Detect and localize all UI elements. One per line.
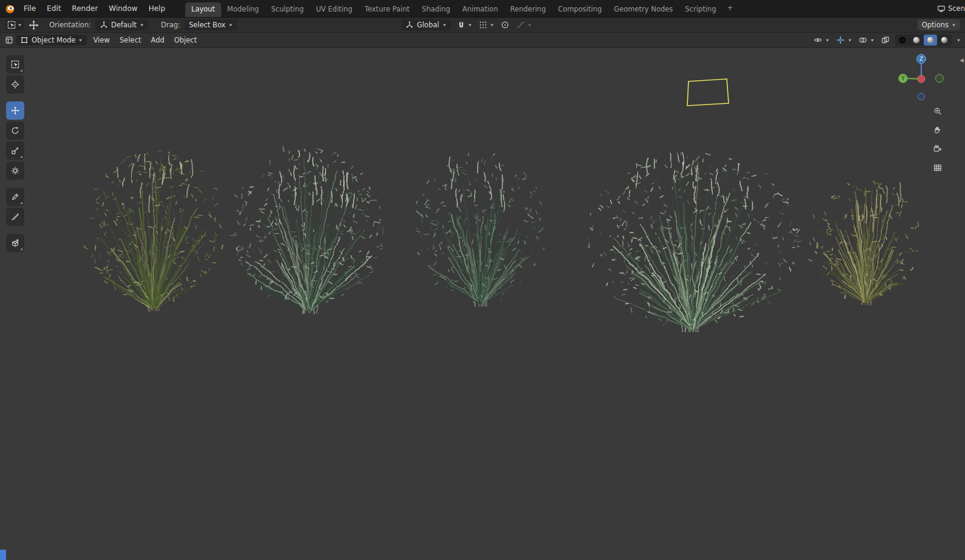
status-corner-marker <box>0 550 6 560</box>
workspace-tab[interactable]: Modeling <box>221 2 265 17</box>
shading-wireframe[interactable] <box>896 35 909 46</box>
menu-item[interactable]: Help <box>143 2 170 15</box>
options-dropdown[interactable]: Options <box>918 19 960 30</box>
magnet-icon <box>457 21 465 29</box>
gizmo-axis-x[interactable] <box>918 75 925 83</box>
add-cube-tool[interactable] <box>6 234 24 252</box>
wireframe-sphere-icon <box>898 36 907 44</box>
caret-down-icon[interactable] <box>825 39 830 42</box>
blender-logo-icon[interactable] <box>5 4 15 14</box>
orientation-dropdown[interactable]: Default <box>95 19 148 30</box>
mode-dropdown[interactable]: Object Mode <box>16 35 87 46</box>
scene-selector[interactable]: Scen <box>937 4 965 13</box>
annotate-tool[interactable] <box>6 188 24 206</box>
gizmo-axis-z-negative[interactable] <box>918 94 925 100</box>
navigation-gizmo[interactable]: Z Y <box>898 54 944 100</box>
menu-item[interactable]: File <box>18 2 41 15</box>
show-gizmo-toggle[interactable] <box>835 35 846 45</box>
add-cube-icon <box>11 239 19 247</box>
xray-toggle[interactable] <box>880 35 891 45</box>
scale-tool[interactable] <box>6 142 24 160</box>
menu-item[interactable]: Render <box>66 2 103 15</box>
transform-orientation-dropdown[interactable]: Global <box>401 19 451 30</box>
viewport-3d[interactable]: Z Y <box>0 48 965 560</box>
drag-label: Drag: <box>161 21 180 29</box>
active-tool-icon <box>7 21 16 29</box>
pan-button[interactable] <box>930 123 945 137</box>
workspace-tab[interactable]: Scripting <box>679 2 722 17</box>
camera-view-button[interactable] <box>930 142 945 156</box>
visibility-toggle[interactable] <box>812 35 823 45</box>
select-box-tool[interactable] <box>6 55 24 73</box>
menu-item[interactable]: Edit <box>41 2 66 15</box>
workspace-tab[interactable]: Rendering <box>504 2 552 17</box>
menu-item[interactable]: Window <box>103 2 143 15</box>
topbar: FileEditRenderWindowHelp LayoutModelingS… <box>0 0 965 18</box>
options-label: Options <box>922 21 949 29</box>
rotate-tool[interactable] <box>6 121 24 140</box>
caret-down-icon <box>228 24 233 27</box>
hand-icon <box>933 126 942 134</box>
bush-5[interactable] <box>809 180 919 305</box>
select-box-icon <box>11 60 19 69</box>
proportional-editing-toggle[interactable] <box>500 20 510 30</box>
viewport-menu-item[interactable]: Add <box>146 34 169 46</box>
workspace-tab[interactable]: Geometry Nodes <box>608 2 679 17</box>
shading-material-preview[interactable] <box>924 35 937 46</box>
viewport-menu-item[interactable]: View <box>88 34 114 46</box>
show-overlays-toggle[interactable] <box>857 35 868 45</box>
workspace-tab[interactable]: Animation <box>456 2 504 17</box>
add-workspace-button[interactable]: + <box>722 1 738 16</box>
proportional-falloff-button[interactable] <box>515 20 526 30</box>
gizmo-axis-y-negative[interactable] <box>936 75 944 83</box>
shading-mode-switch <box>895 34 952 46</box>
workspace-tab[interactable]: Layout <box>185 2 221 17</box>
caret-down-icon <box>527 24 532 27</box>
scene-canvas[interactable] <box>0 48 965 560</box>
workspace-tab[interactable]: Sculpting <box>265 2 310 17</box>
bush-2[interactable] <box>230 148 384 313</box>
editor-type-dropdown[interactable] <box>4 35 15 45</box>
shading-options-dropdown[interactable] <box>956 39 961 42</box>
scene-name: Scen <box>948 4 965 13</box>
workspace-tab[interactable]: Shading <box>416 2 456 17</box>
orientation-label: Orientation: <box>49 21 91 29</box>
bush-4[interactable] <box>588 152 801 332</box>
move-icon <box>11 106 19 115</box>
workspace-tab[interactable]: Compositing <box>552 2 608 17</box>
snap-target-button[interactable] <box>478 20 489 30</box>
object-mode-icon <box>20 36 29 44</box>
shading-rendered[interactable] <box>938 35 951 46</box>
caret-down-icon[interactable] <box>847 39 853 42</box>
sidebar-collapse-arrow[interactable]: ◀ <box>960 58 964 63</box>
shading-solid[interactable] <box>910 35 923 46</box>
transform-tool[interactable] <box>6 162 24 180</box>
active-tool-selector[interactable] <box>5 19 24 30</box>
snap-settings-dropdown[interactable] <box>467 24 473 27</box>
orientation-axes-icon <box>100 21 108 29</box>
workspace-tab[interactable]: UV Editing <box>310 2 359 17</box>
drag-dropdown[interactable]: Select Box <box>185 19 238 30</box>
bush-1[interactable] <box>84 151 222 311</box>
caret-down-icon[interactable] <box>870 39 875 42</box>
main-menu-bar: FileEditRenderWindowHelp <box>18 2 171 15</box>
move-tool[interactable] <box>6 101 24 120</box>
viewport-menu-item[interactable]: Object <box>170 34 202 46</box>
proportional-falloff-dropdown[interactable] <box>527 24 532 27</box>
bush-3[interactable] <box>416 154 544 307</box>
selected-rect-object[interactable] <box>687 79 729 106</box>
workspace-tabs: LayoutModelingSculptingUV EditingTexture… <box>185 0 723 17</box>
measure-tool[interactable] <box>6 208 24 226</box>
zoom-button[interactable] <box>930 104 945 118</box>
viewport-menu-item[interactable]: Select <box>115 34 146 46</box>
cursor-tool[interactable] <box>6 75 24 94</box>
viewport-header: Object Mode ViewSelectAddObject <box>0 33 965 48</box>
snap-toggle-button[interactable] <box>456 20 467 30</box>
ortho-toggle-button[interactable] <box>930 160 945 175</box>
transform-icon <box>11 166 19 175</box>
snap-target-dropdown[interactable] <box>489 24 495 27</box>
workspace-tab[interactable]: Texture Paint <box>359 2 416 17</box>
move-gizmo-icon <box>29 20 39 30</box>
snap-increment-icon <box>479 21 487 29</box>
falloff-curve-icon <box>517 21 525 29</box>
